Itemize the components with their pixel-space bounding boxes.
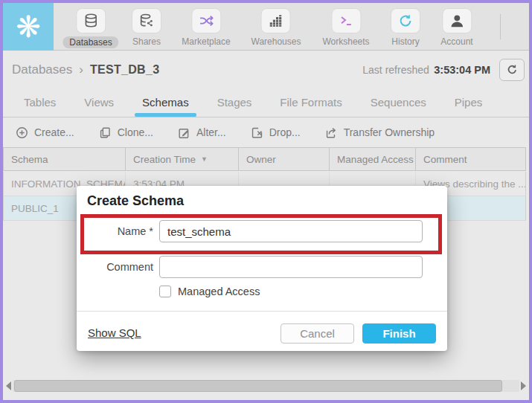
scrollbar-thumb[interactable]: [14, 380, 502, 392]
terminal-icon: [331, 8, 361, 33]
clone-button[interactable]: Clone...: [98, 126, 153, 140]
nav-item-history[interactable]: History: [391, 8, 420, 47]
transfer-arrow-icon: [324, 126, 339, 140]
alter-pencil-icon: [177, 126, 191, 140]
last-refreshed-label: Last refreshed: [362, 64, 429, 76]
nav-label: History: [391, 36, 419, 47]
nav-divider: [500, 14, 501, 39]
comment-field-label: Comment: [77, 261, 153, 273]
history-icon: [391, 8, 420, 33]
nav-label: Worksheets: [322, 36, 369, 47]
refresh-button[interactable]: [499, 59, 525, 81]
dialog-footer-divider: [77, 311, 447, 312]
breadcrumb-bar: Databases › TEST_DB_3 Last refreshed 3:5…: [3, 51, 529, 88]
nav-item-warehouses[interactable]: Warehouses: [251, 8, 301, 47]
nav-label: Account: [440, 36, 472, 47]
drop-x-icon: [250, 126, 264, 140]
column-header-creation-time[interactable]: Creation Time ▼: [126, 148, 239, 170]
show-sql-link[interactable]: Show SQL: [88, 326, 141, 339]
tab-schemas[interactable]: Schemas: [142, 96, 189, 109]
sort-desc-icon: ▼: [201, 155, 208, 163]
nav-item-account[interactable]: Account: [440, 8, 472, 47]
refresh-area: Last refreshed 3:53:04 PM: [362, 59, 525, 81]
column-header-comment[interactable]: Comment: [416, 148, 525, 170]
nav-label: Shares: [132, 36, 161, 47]
clone-copy-icon: [98, 126, 112, 140]
last-refreshed-text: Last refreshed 3:53:04 PM: [362, 63, 490, 77]
tab-sequences[interactable]: Sequences: [371, 96, 426, 109]
comment-input[interactable]: [159, 256, 423, 278]
share-database-icon: [132, 8, 161, 33]
tab-tables[interactable]: Tables: [24, 96, 56, 109]
create-plus-icon: [15, 126, 29, 140]
account-icon: [442, 8, 472, 33]
breadcrumb: Databases › TEST_DB_3: [12, 62, 159, 77]
managed-access-checkbox[interactable]: [159, 286, 171, 297]
top-navigation-bar: ❋ Databases: [3, 3, 529, 51]
name-input[interactable]: [159, 220, 423, 242]
object-tabs: Tables Views Schemas Stages File Formats…: [3, 88, 529, 117]
comment-field-row: Comment: [77, 256, 423, 278]
breadcrumb-separator-icon: ›: [79, 62, 83, 77]
last-refreshed-time: 3:53:04 PM: [434, 64, 490, 76]
column-header-owner[interactable]: Owner: [239, 148, 330, 170]
shuffle-icon: [191, 8, 221, 33]
managed-access-label: Managed Access: [178, 286, 260, 297]
dialog-title: Create Schema: [87, 193, 184, 209]
breadcrumb-databases-link[interactable]: Databases: [12, 62, 72, 77]
drop-button[interactable]: Drop...: [250, 126, 301, 140]
tab-pipes[interactable]: Pipes: [455, 96, 483, 109]
nav-item-marketplace[interactable]: Marketplace: [182, 8, 230, 47]
transfer-ownership-button[interactable]: Transfer Ownership: [324, 126, 435, 140]
tab-stages[interactable]: Stages: [217, 96, 252, 109]
create-button[interactable]: Create...: [15, 126, 74, 140]
schema-table-header: Schema Creation Time ▼ Owner Managed Acc…: [3, 147, 526, 171]
create-schema-dialog: Create Schema Name * Comment Managed Acc…: [77, 186, 447, 351]
tab-file-formats[interactable]: File Formats: [280, 96, 342, 109]
cancel-button[interactable]: Cancel: [281, 323, 354, 344]
database-icon: [76, 8, 106, 33]
warehouse-icon: [261, 8, 291, 33]
name-field-label: Name *: [77, 225, 153, 237]
nav-item-databases[interactable]: Databases: [63, 8, 118, 48]
snowflake-icon: ❋: [16, 12, 41, 42]
schema-actions-toolbar: Create... Clone... Alter...: [3, 117, 529, 147]
nav-label: Marketplace: [182, 36, 230, 47]
column-header-managed-access[interactable]: Managed Access: [330, 148, 416, 170]
finish-button[interactable]: Finish: [362, 323, 436, 344]
scroll-right-arrow-icon[interactable]: [521, 381, 526, 390]
nav-item-worksheets[interactable]: Worksheets: [322, 8, 369, 47]
tab-views[interactable]: Views: [84, 96, 114, 109]
breadcrumb-current-db: TEST_DB_3: [90, 63, 159, 77]
scroll-left-arrow-icon[interactable]: [6, 381, 11, 390]
nav-item-shares[interactable]: Shares: [132, 8, 161, 47]
name-field-row: Name *: [77, 220, 423, 242]
nav-label: Databases: [63, 36, 118, 48]
horizontal-scrollbar: [4, 378, 528, 394]
refresh-icon: [506, 63, 519, 76]
snowflake-app-window: ❋ Databases: [0, 0, 532, 403]
column-header-schema[interactable]: Schema: [4, 148, 126, 170]
snowflake-logo[interactable]: ❋: [3, 3, 54, 51]
nav-label: Warehouses: [251, 36, 301, 47]
managed-access-row: Managed Access: [159, 286, 260, 297]
alter-button[interactable]: Alter...: [177, 126, 226, 140]
